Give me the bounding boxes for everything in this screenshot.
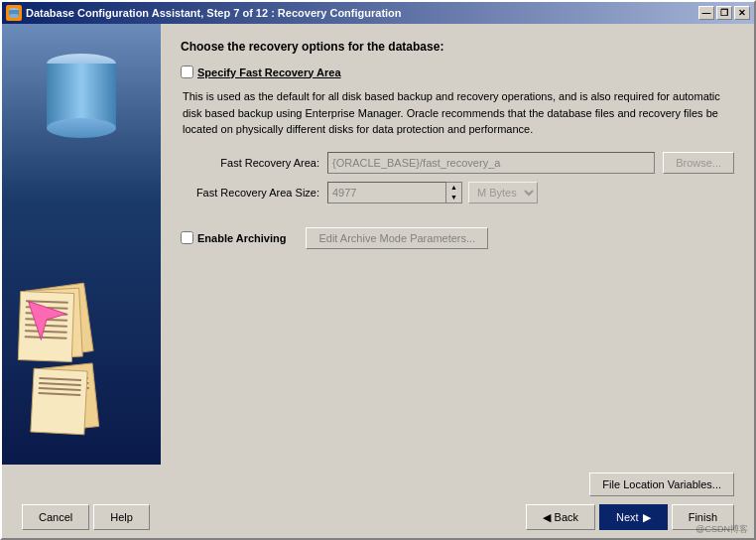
fast-recovery-description: This is used as the default for all disk…: [181, 88, 734, 138]
spinner-down[interactable]: ▼: [446, 193, 461, 202]
archiving-checkbox-label[interactable]: Enable Archiving: [181, 231, 286, 244]
area-label: Fast Recovery Area:: [181, 157, 319, 169]
wizard-image: [2, 24, 161, 465]
close-button[interactable]: ✕: [734, 6, 750, 20]
size-input[interactable]: [327, 182, 446, 203]
archiving-section: Enable Archiving Edit Archive Mode Param…: [181, 227, 734, 249]
title-text: Database Configuration Assistant, Step 7…: [26, 7, 698, 19]
left-nav: Cancel Help: [22, 504, 150, 530]
back-chevron-icon: ◀: [543, 511, 551, 524]
next-button[interactable]: Next ▶: [599, 504, 668, 530]
paper-stack-bottom: [27, 365, 106, 435]
minimize-button[interactable]: —: [698, 6, 714, 20]
back-button[interactable]: ◀ Back: [526, 504, 595, 530]
watermark: @CSDN博客: [695, 523, 748, 536]
archiving-checkbox[interactable]: [181, 231, 193, 244]
title-buttons: — ❐ ✕: [698, 6, 750, 20]
file-location-button[interactable]: File Location Variables...: [589, 472, 734, 496]
right-panel: Choose the recovery options for the data…: [161, 24, 754, 465]
fast-recovery-area-input[interactable]: [327, 152, 655, 174]
content-area: Choose the recovery options for the data…: [2, 24, 754, 465]
main-window: Database Configuration Assistant, Step 7…: [0, 0, 756, 540]
size-input-group: ▲ ▼ M Bytes G Bytes: [327, 182, 734, 203]
nav-buttons: Cancel Help ◀ Back Next ▶ Finish: [22, 504, 734, 530]
restore-button[interactable]: ❐: [716, 6, 732, 20]
fast-recovery-section: Specify Fast Recovery Area: [181, 66, 734, 78]
fast-recovery-size-row: Fast Recovery Area Size: ▲ ▼ M Bytes G B…: [181, 182, 734, 203]
fast-recovery-checkbox[interactable]: [181, 66, 193, 78]
next-chevron-icon: ▶: [643, 511, 651, 524]
cylinder-bottom: [47, 118, 116, 138]
browse-button[interactable]: Browse...: [663, 152, 734, 174]
bottom-section: File Location Variables... Cancel Help ◀…: [2, 465, 754, 538]
title-bar: Database Configuration Assistant, Step 7…: [2, 2, 754, 24]
size-spinner: ▲ ▼: [446, 182, 462, 203]
file-location-row: File Location Variables...: [22, 472, 734, 496]
fast-recovery-area-row: Fast Recovery Area: Browse...: [181, 152, 734, 174]
spinner-up[interactable]: ▲: [446, 183, 461, 193]
size-label: Fast Recovery Area Size:: [181, 187, 319, 199]
help-button[interactable]: Help: [93, 504, 150, 530]
fast-recovery-checkbox-label[interactable]: Specify Fast Recovery Area: [181, 66, 341, 78]
app-icon: [6, 5, 22, 21]
svg-point-2: [9, 14, 19, 18]
db-cylinder: [47, 54, 116, 133]
page-title: Choose the recovery options for the data…: [181, 40, 734, 54]
edit-archive-button[interactable]: Edit Archive Mode Parameters...: [306, 227, 488, 249]
cancel-button[interactable]: Cancel: [22, 504, 89, 530]
size-unit-select[interactable]: M Bytes G Bytes: [468, 182, 538, 203]
left-panel: [2, 24, 161, 465]
